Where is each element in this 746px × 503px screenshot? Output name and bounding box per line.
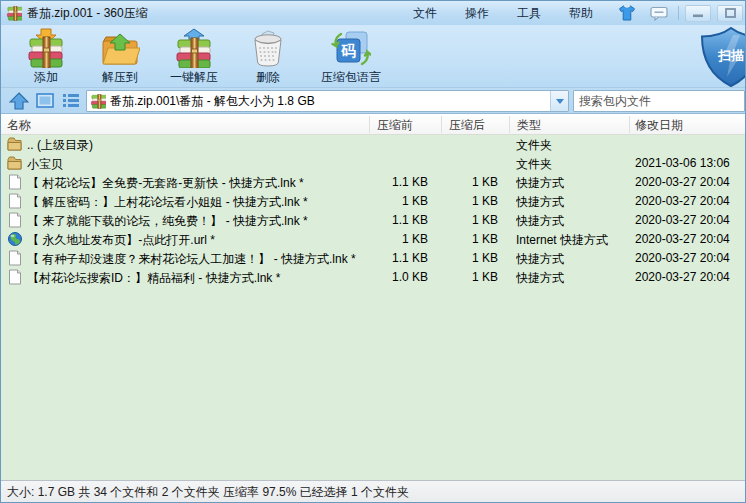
globe-icon <box>7 231 23 247</box>
size-before: 1.0 KB <box>343 270 428 284</box>
size-after: 1 KB <box>421 194 498 208</box>
file-row[interactable]: 【 解压密码：】上村花论坛看小姐姐 - 快捷方式.lnk * 1 KB 1 KB… <box>1 192 745 211</box>
size-before: 1.1 KB <box>343 175 428 189</box>
column-modified[interactable]: 修改日期 <box>635 117 683 134</box>
archive-icon <box>90 93 106 109</box>
column-name[interactable]: 名称 <box>7 117 31 134</box>
file-type: 快捷方式 <box>516 251 631 268</box>
file-name: 【 解压密码：】上村花论坛看小姐姐 - 快捷方式.lnk * <box>27 194 363 211</box>
list-view-button[interactable] <box>59 91 83 111</box>
file-row[interactable]: 【 来了就能下载的论坛，纯免费！】 - 快捷方式.lnk * 1.1 KB 1 … <box>1 211 745 230</box>
column-after[interactable]: 压缩后 <box>449 117 485 134</box>
date-modified: 2020-03-27 20:04 <box>635 232 745 246</box>
header-separator[interactable] <box>509 116 510 133</box>
path-dropdown-button[interactable] <box>550 91 568 111</box>
date-modified: 2021-03-06 13:06 <box>635 156 745 170</box>
file-name: 小宝贝 <box>27 156 363 173</box>
archive-language-icon: 码 <box>331 28 371 68</box>
file-type: 文件夹 <box>516 137 631 154</box>
file-name: 【 有种子却没速度？来村花论坛人工加速！】 - 快捷方式.lnk * <box>27 251 363 268</box>
delete-trash-icon <box>248 28 288 68</box>
one-click-extract-button[interactable]: 一键解压 <box>157 27 231 86</box>
view-mode-button[interactable] <box>33 91 57 111</box>
menu-operation[interactable]: 操作 <box>451 2 503 25</box>
skin-button[interactable] <box>614 5 640 22</box>
file-type: 文件夹 <box>516 156 631 173</box>
file-type: Internet 快捷方式 <box>516 232 631 249</box>
menu-file[interactable]: 文件 <box>399 2 451 25</box>
file-row[interactable]: 【 有种子却没速度？来村花论坛人工加速！】 - 快捷方式.lnk * 1.1 K… <box>1 249 745 268</box>
file-row[interactable]: 【 永久地址发布页】-点此打开.url * 1 KB 1 KB Internet… <box>1 230 745 249</box>
archive-language-button[interactable]: 码 压缩包语言 <box>305 27 397 86</box>
file-type: 快捷方式 <box>516 175 631 192</box>
date-modified: 2020-03-27 20:04 <box>635 213 745 227</box>
dropdown-arrow-icon <box>556 99 564 104</box>
menu-tools[interactable]: 工具 <box>503 2 555 25</box>
scan-shield-button[interactable]: 扫描 <box>699 27 746 87</box>
file-row[interactable]: 【 村花论坛】全免费-无套路-更新快 - 快捷方式.lnk * 1.1 KB 1… <box>1 173 745 192</box>
maximize-icon <box>725 8 736 18</box>
file-name: 【 永久地址发布页】-点此打开.url * <box>27 232 363 249</box>
search-input[interactable] <box>574 91 744 111</box>
window-controls <box>614 3 743 23</box>
add-archive-icon <box>26 28 66 68</box>
file-icon <box>7 174 23 190</box>
delete-button[interactable]: 删除 <box>231 27 305 86</box>
folder-icon <box>7 136 23 152</box>
addressbar: 番茄.zip.001\番茄 - 解包大小为 1.8 GB <box>1 88 745 114</box>
header-separator[interactable] <box>629 116 630 133</box>
statusbar: 大小: 1.7 GB 共 34 个文件和 2 个文件夹 压缩率 97.5% 已经… <box>1 480 745 503</box>
date-modified: 2020-03-27 20:04 <box>635 270 745 284</box>
svg-text:码: 码 <box>340 42 356 59</box>
column-header-row: 名称 压缩前 压缩后 类型 修改日期 <box>1 114 745 135</box>
size-after: 1 KB <box>421 251 498 265</box>
column-type[interactable]: 类型 <box>517 117 541 134</box>
minimize-button[interactable] <box>685 5 711 22</box>
size-after: 1 KB <box>421 232 498 246</box>
size-before: 1 KB <box>343 232 428 246</box>
delete-label: 删除 <box>256 69 280 86</box>
date-modified: 2020-03-27 20:04 <box>635 175 745 189</box>
file-type: 快捷方式 <box>516 270 631 287</box>
maximize-button[interactable] <box>717 5 743 22</box>
column-before[interactable]: 压缩前 <box>377 117 413 134</box>
app-window: 番茄.zip.001 - 360压缩 文件 操作 工具 帮助 <box>0 0 746 503</box>
archive-language-label: 压缩包语言 <box>321 69 381 86</box>
extract-to-button[interactable]: 解压到 <box>83 27 157 86</box>
file-row[interactable]: 【村花论坛搜索ID：】精品福利 - 快捷方式.lnk * 1.0 KB 1 KB… <box>1 268 745 287</box>
header-separator[interactable] <box>441 116 442 133</box>
extract-to-icon <box>100 28 140 68</box>
archive-path: 番茄.zip.001\番茄 - 解包大小为 1.8 GB <box>110 93 550 110</box>
file-icon <box>7 193 23 209</box>
menu-help[interactable]: 帮助 <box>555 2 607 25</box>
header-separator[interactable] <box>369 116 370 133</box>
add-button[interactable]: 添加 <box>9 27 83 86</box>
scan-label: 扫描 <box>717 48 744 63</box>
list-view-icon <box>62 93 80 108</box>
file-list: .. (上级目录) 文件夹 小宝贝 文件夹 2021-03-06 13:06 【… <box>1 135 745 480</box>
window-title: 番茄.zip.001 - 360压缩 <box>27 5 148 22</box>
search-box <box>573 90 745 112</box>
add-label: 添加 <box>34 69 58 86</box>
file-icon <box>7 269 23 285</box>
feedback-button[interactable] <box>646 5 672 22</box>
minimize-icon <box>693 9 703 18</box>
up-directory-button[interactable] <box>7 91 31 111</box>
size-after: 1 KB <box>421 175 498 189</box>
window-view-icon <box>36 93 54 108</box>
size-before: 1.1 KB <box>343 251 428 265</box>
date-modified: 2020-03-27 20:04 <box>635 251 745 265</box>
file-row[interactable]: 小宝贝 文件夹 2021-03-06 13:06 <box>1 154 745 173</box>
control-separator <box>678 6 679 20</box>
shirt-icon <box>618 5 636 21</box>
path-combobox[interactable]: 番茄.zip.001\番茄 - 解包大小为 1.8 GB <box>86 90 569 112</box>
app-logo-icon <box>6 5 22 21</box>
date-modified: 2020-03-27 20:04 <box>635 194 745 208</box>
file-name: 【 来了就能下载的论坛，纯免费！】 - 快捷方式.lnk * <box>27 213 363 230</box>
titlebar: 番茄.zip.001 - 360压缩 文件 操作 工具 帮助 <box>1 1 745 25</box>
file-type: 快捷方式 <box>516 213 631 230</box>
file-row[interactable]: .. (上级目录) 文件夹 <box>1 135 745 154</box>
up-arrow-icon <box>9 92 29 110</box>
size-after: 1 KB <box>421 213 498 227</box>
file-name: .. (上级目录) <box>27 137 363 154</box>
